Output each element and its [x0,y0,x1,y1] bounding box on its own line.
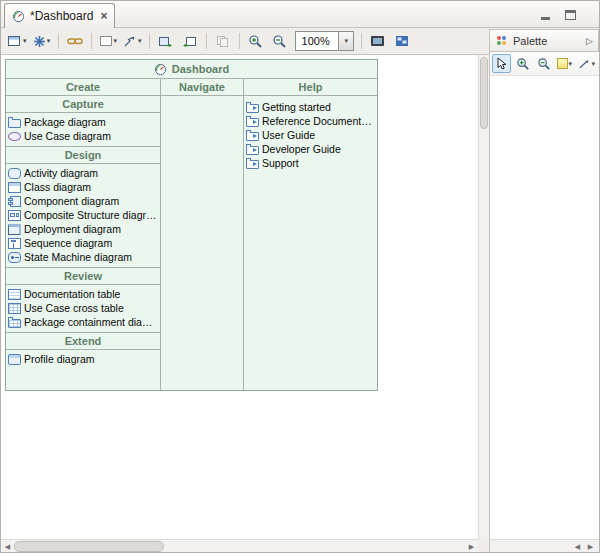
copy-image-icon [158,35,173,48]
zoom-level-combo[interactable]: 100% ▾ [295,31,354,51]
palette-icon [495,34,508,47]
item-profile-diagram[interactable]: Profile diagram [6,352,160,366]
palette-zoom-in-button[interactable] [513,54,532,73]
item-label: Use Case cross table [24,302,124,314]
palette-header[interactable]: Palette ▷ [489,29,599,52]
select-tool-button[interactable] [492,54,511,73]
shape-style-menu-button[interactable]: ▾ [97,30,120,52]
item-label: Class diagram [24,181,91,193]
edge-tool-button[interactable]: ▾ [576,54,597,73]
item-sequence-diagram[interactable]: Sequence diagram [6,236,160,250]
component-diagram-icon [10,196,21,207]
package-diagram-icon [8,119,21,128]
item-package-diagram[interactable]: Package diagram [6,115,160,129]
copy-icon [216,35,229,48]
diagram-overview-button[interactable] [391,30,413,52]
palette-scrollbar[interactable]: ◀ ▶ [489,539,599,553]
item-use-case-cross-table[interactable]: Use Case cross table [6,301,160,315]
tab-dashboard[interactable]: *Dashboard × [4,3,115,28]
navigate-column-header: Navigate [161,79,243,96]
line-style-menu-button[interactable]: ▾ [121,30,144,52]
horizontal-scrollbar-thumb[interactable] [14,541,164,552]
dropdown-arrow-icon: ▾ [344,37,348,45]
section-review: Review Documentation table Use Case cros… [6,267,160,332]
item-label: Package containment diagram [24,316,158,328]
toolbar-separator [239,33,240,49]
toolbar-separator [149,33,150,49]
help-folder-icon [246,118,259,127]
item-composite-structure-diagram[interactable]: Composite Structure diagram [6,208,160,222]
vertical-scrollbar-thumb[interactable] [480,57,488,129]
scroll-left-button[interactable]: ◀ [1,540,14,553]
use-case-cross-table-icon [8,303,21,314]
create-column-header: Create [6,79,160,96]
tab-close-icon[interactable]: × [100,10,107,22]
item-label: Getting started [262,101,331,113]
scroll-right-button[interactable]: ▶ [465,540,478,553]
palette-scroll-right-button[interactable]: ▶ [584,540,597,553]
zoom-combo-dropdown-button[interactable]: ▾ [338,32,353,50]
palette-title: Palette [513,35,547,47]
minimize-icon [541,17,550,20]
item-label: Use Case diagram [24,130,111,142]
item-activity-diagram[interactable]: Activity diagram [6,166,160,180]
link-with-editor-icon [67,35,83,47]
horizontal-scrollbar-track[interactable] [14,540,465,553]
item-state-machine-diagram[interactable]: State Machine diagram [6,250,160,264]
minimize-button[interactable] [538,8,552,20]
item-developer-guide[interactable]: Developer Guide [244,142,377,156]
help-column-header: Help [244,79,377,96]
new-diagram-menu-button[interactable]: ▾ [5,30,29,52]
documentation-table-icon [8,289,21,300]
palette-expand-icon[interactable]: ▷ [586,36,593,46]
overview-icon [395,35,409,47]
dashboard-widget-title: Dashboard [6,60,377,79]
help-folder-icon [246,104,259,113]
item-reference-documentation[interactable]: Reference Documentation [244,114,377,128]
horizontal-scrollbar[interactable]: ◀ ▶ [1,539,478,553]
item-user-guide[interactable]: User Guide [244,128,377,142]
note-tool-icon [557,58,568,69]
item-documentation-table[interactable]: Documentation table [6,287,160,301]
item-component-diagram[interactable]: Component diagram [6,194,160,208]
link-with-editor-button[interactable] [64,30,86,52]
dropdown-arrow-icon: ▾ [114,37,118,45]
dashboard-widget: Dashboard Create Capture Package diagram [5,59,378,391]
shape-style-icon [99,35,113,47]
zoom-in-button[interactable] [245,30,267,52]
item-package-containment-diagram[interactable]: Package containment diagram [6,315,160,329]
save-image-button[interactable] [179,30,201,52]
toolbar-separator [361,33,362,49]
item-label: Support [262,157,299,169]
item-deployment-diagram[interactable]: Deployment diagram [6,222,160,236]
maximize-button[interactable] [563,8,577,20]
palette-zoom-out-button[interactable] [534,54,553,73]
item-label: Package diagram [24,116,106,128]
validate-menu-button[interactable]: ▾ [31,30,53,52]
section-header-capture: Capture [6,96,160,113]
section-capture: Capture Package diagram Use Case diagram [6,96,160,146]
item-getting-started[interactable]: Getting started [244,100,377,114]
use-case-diagram-icon [8,132,21,141]
dropdown-arrow-icon: ▾ [569,60,573,68]
zoom-in-icon [248,34,263,49]
palette-toolbar: ▾ ▾ [490,52,599,76]
diagram-canvas[interactable]: Dashboard Create Capture Package diagram [1,54,478,539]
vertical-scrollbar[interactable] [478,54,489,539]
item-class-diagram[interactable]: Class diagram [6,180,160,194]
copy-image-button[interactable] [155,30,177,52]
help-folder-icon [246,132,259,141]
item-support[interactable]: Support [244,156,377,170]
note-tool-button[interactable]: ▾ [555,54,574,73]
item-use-case-diagram[interactable]: Use Case diagram [6,129,160,143]
create-column: Create Capture Package diagram Use Case … [6,79,161,390]
section-header-design: Design [6,146,160,164]
save-image-icon [182,35,197,48]
zoom-out-button[interactable] [269,30,291,52]
dashboard-title: Dashboard [172,63,229,75]
dropdown-arrow-icon: ▾ [591,60,595,68]
palette-scroll-left-button[interactable]: ◀ [571,540,584,553]
screenshot-button[interactable] [367,30,389,52]
composite-structure-diagram-icon [8,210,21,221]
zoom-level-value[interactable]: 100% [296,35,338,47]
